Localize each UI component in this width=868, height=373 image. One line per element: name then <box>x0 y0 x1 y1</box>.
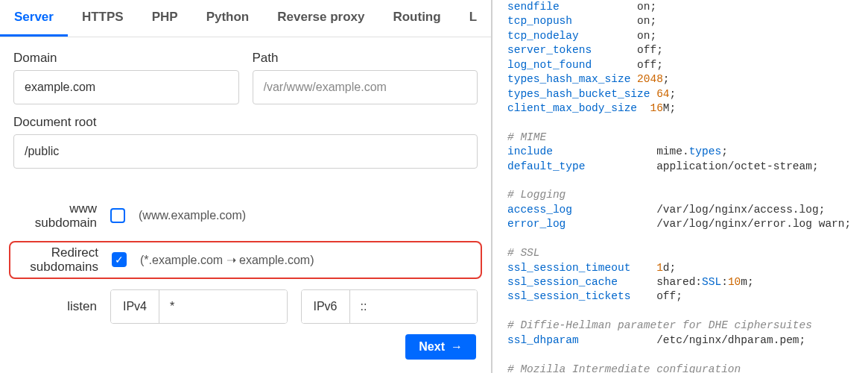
ipv6-input[interactable] <box>350 290 478 323</box>
ipv4-group: IPv4 <box>110 289 288 324</box>
kw-default-type: default_type <box>507 160 585 172</box>
left-panel: Server HTTPS PHP Python Reverse proxy Ro… <box>0 0 492 373</box>
kw-ssl-session-cache: ssl_session_cache <box>507 276 618 288</box>
ipv6-addon: IPv6 <box>302 290 350 323</box>
kw-ssl-session-timeout: ssl_session_timeout <box>507 262 630 274</box>
www-subdomain-label: www subdomain <box>13 201 97 231</box>
footer: Next → <box>13 334 478 360</box>
kw-log-not-found: log_not_found <box>507 59 592 71</box>
config-preview: sendfile on; tcp_nopush on; tcp_nodelay … <box>492 0 868 373</box>
docroot-label: Document root <box>13 115 478 130</box>
tab-python[interactable]: Python <box>192 0 264 37</box>
path-field-group: Path <box>253 51 478 104</box>
path-label: Path <box>253 51 478 66</box>
redirect-subdomains-row: Redirect subdomains ✓ (*.example.com ➝ e… <box>9 241 482 279</box>
ipv4-input[interactable] <box>159 290 287 323</box>
check-icon: ✓ <box>115 254 124 265</box>
kw-ssl-session-tickets: ssl_session_tickets <box>507 290 630 302</box>
tab-routing[interactable]: Routing <box>378 0 454 37</box>
domain-field-group: Domain <box>13 51 239 104</box>
next-button-label: Next <box>419 340 445 354</box>
tab-bar: Server HTTPS PHP Python Reverse proxy Ro… <box>0 0 491 37</box>
www-subdomain-checkbox[interactable] <box>110 208 125 223</box>
comment-logging: # Logging <box>507 189 566 201</box>
redirect-subdomains-hint: (*.example.com ➝ example.com) <box>140 253 314 267</box>
arrow-right-icon: → <box>451 340 463 354</box>
kw-types-hash-max-size: types_hash_max_size <box>507 73 630 85</box>
kw-tcp-nodelay: tcp_nodelay <box>507 30 579 42</box>
docroot-field-group: Document root <box>13 115 478 191</box>
next-button[interactable]: Next → <box>405 334 476 360</box>
form-area: Domain Path Document root www subdomain … <box>0 37 491 373</box>
ipv4-addon: IPv4 <box>111 290 159 323</box>
comment-mime: # MIME <box>507 131 546 143</box>
tab-php[interactable]: PHP <box>138 0 192 37</box>
docroot-input[interactable] <box>13 134 478 169</box>
tab-server[interactable]: Server <box>0 0 68 37</box>
comment-ssl: # SSL <box>507 247 540 259</box>
tab-https[interactable]: HTTPS <box>68 0 138 37</box>
kw-access-log: access_log <box>507 204 572 216</box>
path-input[interactable] <box>253 70 478 104</box>
domain-label: Domain <box>13 51 239 66</box>
kw-ssl-dhparam: ssl_dhparam <box>507 334 579 346</box>
kw-tcp-nopush: tcp_nopush <box>507 15 572 27</box>
redirect-subdomains-checkbox[interactable]: ✓ <box>112 252 127 267</box>
kw-types-hash-bucket-size: types_hash_bucket_size <box>507 88 650 100</box>
tab-more[interactable]: L <box>455 0 491 37</box>
redirect-subdomains-label: Redirect subdomains <box>15 245 98 275</box>
domain-input[interactable] <box>13 70 239 104</box>
comment-mozilla: # Mozilla Intermediate configuration <box>507 363 741 373</box>
listen-label: listen <box>13 299 97 314</box>
www-subdomain-row: www subdomain (www.example.com) <box>13 201 478 231</box>
listen-row: listen IPv4 IPv6 <box>13 289 478 324</box>
kw-server-tokens: server_tokens <box>507 44 592 56</box>
kw-error-log: error_log <box>507 218 566 230</box>
kw-include: include <box>507 145 553 157</box>
www-subdomain-hint: (www.example.com) <box>139 209 246 222</box>
tab-reverse-proxy[interactable]: Reverse proxy <box>263 0 378 37</box>
kw-sendfile: sendfile <box>507 1 560 13</box>
comment-dh: # Diffie-Hellman parameter for DHE ciphe… <box>507 319 812 331</box>
ipv6-group: IPv6 <box>301 289 478 324</box>
kw-client-max-body-size: client_max_body_size <box>507 102 637 114</box>
